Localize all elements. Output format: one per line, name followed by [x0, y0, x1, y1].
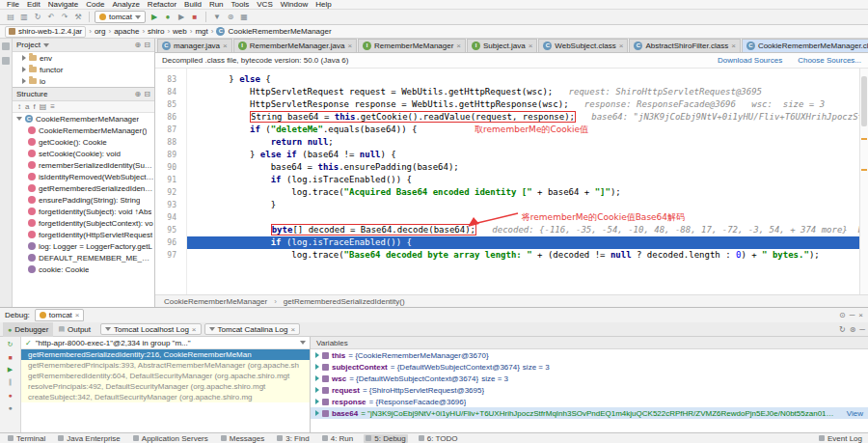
editor-tab[interactable]: I RememberMeManager.java ×	[233, 39, 357, 52]
structure-item[interactable]: setCookie(Cookie): void	[13, 148, 154, 159]
sync-icon[interactable]: ↻	[32, 12, 43, 23]
notification-link[interactable]: Choose Sources...	[798, 56, 861, 65]
menu-item[interactable]: Analyze	[108, 0, 143, 9]
stack-frame[interactable]: getRememberedIdentity:604, DefaultSecuri…	[21, 371, 310, 381]
pin-icon[interactable]: ⊙	[839, 311, 846, 319]
settings-icon[interactable]: ⊛	[850, 325, 856, 334]
run-config-selector[interactable]: tomcat	[95, 11, 146, 23]
undo-icon[interactable]: ↶	[45, 12, 57, 23]
editor-tab[interactable]: C WebSubject.class ×	[538, 39, 628, 52]
structure-item[interactable]: getRememberedSerializedIdentity	[13, 182, 154, 194]
menu-item[interactable]: Navigate	[44, 0, 83, 9]
menu-item[interactable]: Edit	[23, 0, 44, 9]
code-line[interactable]: 84 HttpServletRequest request = WebUtils…	[155, 86, 859, 98]
breadcrumb-item[interactable]: apache	[114, 27, 139, 36]
structure-stripe-icon[interactable]	[2, 57, 10, 65]
sort-by-visibility-icon[interactable]: ↕	[17, 102, 21, 111]
variable-row[interactable]: this = {CookieRememberMeManager@3670}	[311, 349, 868, 361]
tab-close-icon[interactable]: ×	[223, 42, 228, 50]
code-line[interactable]: 89 } else if (base64 != null) {	[155, 149, 859, 161]
hide-panel-icon[interactable]: ─	[859, 325, 865, 334]
log-tab[interactable]: Tomcat Localhost Log ×	[100, 323, 202, 335]
tab-close-icon[interactable]: ×	[192, 325, 197, 334]
breadcrumb-item[interactable]: org	[95, 27, 106, 36]
breadcrumb-item[interactable]: mgt	[195, 27, 207, 36]
line-number[interactable]: 96	[155, 236, 180, 249]
log-tab[interactable]: Tomcat Catalina Log ×	[204, 323, 301, 335]
line-number[interactable]: 97	[155, 249, 180, 262]
sort-alphabetically-icon[interactable]: a	[25, 102, 29, 111]
line-number[interactable]: 85	[155, 98, 180, 111]
tool-window-button[interactable]: 5: Debug	[364, 434, 407, 443]
menu-item[interactable]: Tools	[228, 0, 254, 9]
settings-icon[interactable]: ⊛	[225, 12, 236, 23]
view-value-link[interactable]: View	[841, 409, 863, 418]
structure-item[interactable]: log: Logger = LoggerFactory.getL	[13, 240, 154, 252]
tab-close-icon[interactable]: ×	[731, 42, 736, 50]
line-number[interactable]: 90	[155, 161, 180, 174]
tab-close-icon[interactable]: ×	[75, 311, 80, 319]
line-number[interactable]: 84	[155, 86, 180, 98]
breadcrumb-class[interactable]: CookieRememberMeManager	[164, 297, 267, 306]
tab-close-icon[interactable]: ×	[456, 42, 461, 50]
code-line[interactable]: 88 return null;	[155, 136, 859, 149]
code-line[interactable]: 90 base64 = this.ensurePadding(base64);	[155, 161, 859, 174]
variable-row[interactable]: wsc = {DefaultWebSubjectContext@3674} si…	[311, 373, 868, 384]
stop-icon[interactable]: ■	[5, 352, 16, 362]
code-editor[interactable]: 83 } else {84 HttpServletRequest request…	[155, 69, 859, 294]
editor-tab[interactable]: C CookieRememberMeManager.class ×	[742, 39, 868, 52]
editor-tab[interactable]: C manager.java ×	[157, 39, 232, 52]
save-all-icon[interactable]: ▥	[18, 12, 30, 23]
code-line[interactable]: 86 String base64 = this.getCookie().read…	[155, 111, 859, 124]
code-line[interactable]: 92 log.trace("Acquired Base64 encoded id…	[155, 186, 859, 199]
run-icon[interactable]: ▶	[149, 12, 160, 23]
expand-icon[interactable]	[22, 55, 26, 61]
structure-item[interactable]: CookieRememberMeManager()	[13, 125, 154, 136]
variable-row[interactable]: request = {ShiroHttpServletRequest@3695}	[311, 384, 868, 396]
resume-icon[interactable]: ▶	[5, 365, 16, 374]
line-number[interactable]: 95	[155, 224, 180, 236]
debug-view-tab[interactable]: ● Debugger	[3, 322, 53, 337]
tool-window-button[interactable]: 3: Find	[275, 434, 311, 443]
code-line[interactable]: 91 if (log.isTraceEnabled()) {	[155, 174, 859, 186]
debug-session-tab[interactable]: tomcat ×	[35, 309, 85, 321]
expand-icon[interactable]	[315, 387, 319, 393]
show-inherited-icon[interactable]: ▤	[40, 102, 47, 111]
thread-selector[interactable]: ✓ "http-apr-8000-exec-1"@2,334 in group …	[21, 337, 310, 349]
structure-item[interactable]: forgetIdentity(HttpServletRequest	[13, 229, 154, 240]
breadcrumb-leaf[interactable]: CookieRememberMeManager	[228, 27, 331, 36]
warning-stripe-mark[interactable]	[861, 169, 867, 171]
line-number[interactable]: 88	[155, 136, 180, 149]
close-icon[interactable]: ×	[858, 311, 863, 319]
locate-file-icon[interactable]: ⊕	[135, 41, 142, 49]
expand-legend-icon[interactable]: ≡	[50, 102, 55, 111]
line-number[interactable]: 92	[155, 186, 180, 199]
project-item[interactable]: functor	[13, 64, 154, 75]
rerun-icon[interactable]: ↻	[5, 340, 16, 349]
variable-row[interactable]: response = {ResponseFacade@3696}	[311, 396, 868, 407]
code-line[interactable]: 96 if (log.isTraceEnabled()) {	[155, 236, 859, 249]
menu-item[interactable]: File	[3, 0, 23, 9]
project-item[interactable]: env	[13, 52, 154, 64]
tab-close-icon[interactable]: ×	[347, 42, 352, 50]
open-recent-icon[interactable]: ▼	[211, 12, 223, 23]
structure-item[interactable]: ensurePadding(String): String	[13, 194, 154, 206]
expand-icon[interactable]	[315, 352, 319, 358]
tool-window-button[interactable]: Messages	[219, 434, 266, 443]
tool-window-button[interactable]: Terminal	[6, 434, 47, 443]
structure-item[interactable]: rememberSerializedIdentity(Subje	[13, 159, 154, 171]
menu-item[interactable]: VCS	[253, 0, 276, 9]
structure-item[interactable]: isIdentityRemoved(WebSubjectCo	[13, 171, 154, 182]
locate-file-icon[interactable]: ⊕	[135, 90, 142, 98]
editor-scrollbar[interactable]	[859, 69, 868, 294]
line-number[interactable]: 93	[155, 199, 180, 211]
pause-icon[interactable]: ∥	[5, 377, 16, 387]
tab-close-icon[interactable]: ×	[619, 42, 624, 50]
breadcrumb-item[interactable]: shiro	[148, 27, 164, 36]
restore-layout-icon[interactable]: ↻	[839, 325, 846, 334]
stack-frame[interactable]: getRememberedSerializedIdentity:216, Coo…	[21, 349, 310, 360]
open-project-icon[interactable]: ▤	[5, 12, 16, 23]
line-number[interactable]: 89	[155, 149, 180, 161]
notification-link[interactable]: Download Sources	[718, 56, 782, 65]
tool-window-button[interactable]: 4: Run	[320, 434, 356, 443]
